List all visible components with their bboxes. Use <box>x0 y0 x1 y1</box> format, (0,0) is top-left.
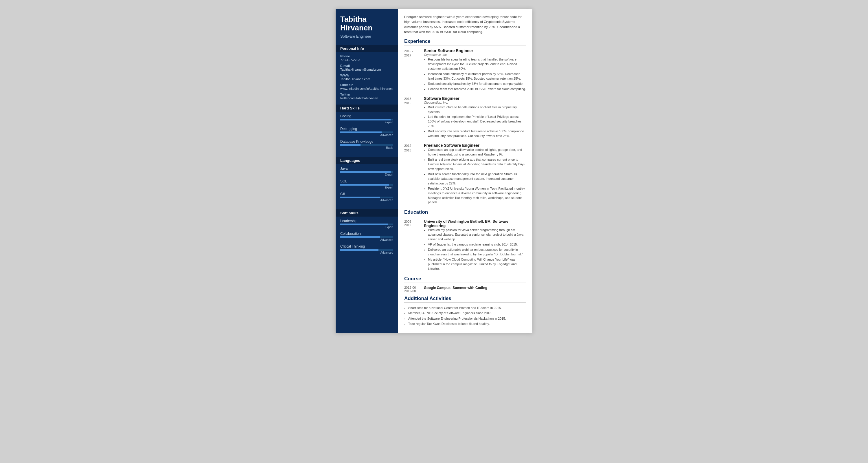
summary-text: Energetic software engineer with 5 years… <box>404 15 526 34</box>
education-heading: Education <box>404 209 526 216</box>
course-entry-google: 2012-06 -2012-08 Google Campus: Summer w… <box>404 286 526 293</box>
edu-uw-date: 2008 -2012 <box>404 219 424 271</box>
exp-cloudwallop-title: Software Engineer <box>424 96 526 101</box>
skill-leadership-level: Expert <box>340 226 393 229</box>
exp-cloudwallop-company: Cloudwallop, Inc. <box>424 101 526 104</box>
exp-freelance-content: Freelance Software Engineer Composed an … <box>424 143 526 205</box>
email-value: TabithaHirvanen@gmail.com <box>340 68 393 71</box>
candidate-name: Tabitha Hirvanen <box>340 15 393 32</box>
edu-uw-title: University of Washington Bothell, BA, So… <box>424 219 526 228</box>
exp-freelance-date: 2012 -2013 <box>404 143 424 205</box>
personal-info-heading: Personal Info <box>336 45 398 52</box>
skill-coding-name: Coding <box>340 114 393 118</box>
skill-csharp-fill <box>340 197 380 198</box>
skill-java-fill <box>340 171 391 173</box>
skill-collaboration-fill <box>340 236 380 238</box>
hard-skills-heading: Hard Skills <box>336 105 398 112</box>
skill-debugging-level: Advanced <box>340 134 393 137</box>
edu-uw-bullets: Pursued my passion for Java server progr… <box>424 228 526 271</box>
list-item: Built a real time stock picking app that… <box>428 157 526 171</box>
list-item: Pursued my passion for Java server progr… <box>428 228 526 242</box>
skill-collaboration-name: Collaboration <box>340 232 393 236</box>
list-item: Member, IAENG Society of Software Engine… <box>408 311 526 316</box>
www-label: WWW <box>340 74 393 77</box>
phone-value: 773-457-2703 <box>340 58 393 62</box>
skill-leadership-fill <box>340 224 388 225</box>
skill-critical-thinking-name: Critical Thinking <box>340 244 393 249</box>
exp-freelance-title: Freelance Software Engineer <box>424 143 526 148</box>
skill-debugging-fill <box>340 132 382 133</box>
exp-entry-cloudwallop: 2013 -2015 Software Engineer Cloudwallop… <box>404 96 526 139</box>
skill-sql-bar <box>340 184 393 185</box>
list-item: Built security into new product features… <box>428 129 526 138</box>
skill-java-name: Java <box>340 167 393 171</box>
skill-collaboration: Collaboration Advanced <box>340 232 393 241</box>
twitter-value: twitter.com/tabithahirvanen <box>340 96 393 100</box>
list-item: Led the drive to implement the Principle… <box>428 115 526 128</box>
skill-coding-fill <box>340 119 391 120</box>
exp-freelance-bullets: Composed an app to allow voice control o… <box>424 148 526 205</box>
list-item: My article, "How Cloud Computing Will Ch… <box>428 257 526 271</box>
skill-database-level: Basic <box>340 146 393 149</box>
course-google-name: Google Campus: Summer with Coding <box>424 286 487 290</box>
skill-csharp-level: Advanced <box>340 199 393 202</box>
linkedin-label: LinkedIn <box>340 83 393 87</box>
list-item: Take regular Tae Kwon Do classes to keep… <box>408 321 526 326</box>
candidate-title: Software Engineer <box>340 34 393 38</box>
exp-senior-content: Senior Software Engineer Cryptoconic, In… <box>424 48 526 92</box>
list-item: VP of Jugger-Is, the campus machine lear… <box>428 242 526 247</box>
exp-entry-senior: 2015 -2017 Senior Software Engineer Cryp… <box>404 48 526 92</box>
exp-senior-bullets: Responsible for spearheading teams that … <box>424 57 526 91</box>
edu-entry-uw: 2008 -2012 University of Washington Both… <box>404 219 526 271</box>
languages-heading: Languages <box>336 157 398 164</box>
list-item: Shortlisted for a National Center for Wo… <box>408 306 526 310</box>
skill-csharp-bar <box>340 197 393 198</box>
skill-database-name: Database Knowledge <box>340 140 393 144</box>
skill-sql-fill <box>340 184 389 185</box>
skill-sql-level: Expert <box>340 186 393 189</box>
skill-java-level: Expert <box>340 173 393 176</box>
soft-skills-section: Soft Skills Leadership Expert Collaborat… <box>336 206 398 259</box>
sidebar: Tabitha Hirvanen Software Engineer Perso… <box>336 9 398 333</box>
linkedin-value: www.linkedin.com/in/tabitha-hirvanen <box>340 87 393 90</box>
exp-entry-freelance: 2012 -2013 Freelance Software Engineer C… <box>404 143 526 205</box>
course-heading: Course <box>404 276 526 283</box>
experience-heading: Experience <box>404 38 526 46</box>
skill-java: Java Expert <box>340 167 393 176</box>
skill-critical-thinking-bar <box>340 249 393 251</box>
exp-cloudwallop-content: Software Engineer Cloudwallop, Inc. Buil… <box>424 96 526 139</box>
skill-database-fill <box>340 144 361 146</box>
skill-critical-thinking: Critical Thinking Advanced <box>340 244 393 254</box>
activities-bullets: Shortlisted for a National Center for Wo… <box>404 306 526 326</box>
list-item: Responsible for spearheading teams that … <box>428 57 526 71</box>
skill-collaboration-level: Advanced <box>340 238 393 241</box>
skill-sql-name: SQL <box>340 179 393 183</box>
skill-coding-bar <box>340 119 393 120</box>
skill-critical-thinking-level: Advanced <box>340 251 393 254</box>
skill-coding-level: Expert <box>340 121 393 124</box>
resume-container: Tabitha Hirvanen Software Engineer Perso… <box>336 9 532 333</box>
skill-database-bar <box>340 144 393 146</box>
skill-debugging-name: Debugging <box>340 127 393 131</box>
www-value: TabithaHirvanen.com <box>340 77 393 81</box>
skill-debugging-bar <box>340 132 393 133</box>
course-google-content: Google Campus: Summer with Coding <box>424 286 487 293</box>
soft-skills-heading: Soft Skills <box>336 209 398 216</box>
personal-info-section: Personal Info Phone 773-457-2703 E-mail … <box>336 42 398 102</box>
course-google-date: 2012-06 -2012-08 <box>404 286 424 293</box>
exp-cloudwallop-bullets: Built infrastructure to handle millions … <box>424 105 526 139</box>
exp-cloudwallop-date: 2013 -2015 <box>404 96 424 139</box>
exp-senior-date: 2015 -2017 <box>404 48 424 92</box>
skill-debugging: Debugging Advanced <box>340 127 393 137</box>
list-item: Composed an app to allow voice control o… <box>428 148 526 157</box>
list-item: Increased code efficiency of customer po… <box>428 72 526 81</box>
list-item: Built infrastructure to handle millions … <box>428 105 526 114</box>
languages-section: Languages Java Expert SQL Expert C# <box>336 154 398 206</box>
twitter-label: Twitter <box>340 93 393 96</box>
phone-label: Phone <box>340 54 393 58</box>
list-item: Reduced security breaches by 73% for all… <box>428 82 526 86</box>
main-content: Energetic software engineer with 5 years… <box>398 9 532 333</box>
skill-database: Database Knowledge Basic <box>340 140 393 149</box>
skill-leadership: Leadership Expert <box>340 219 393 229</box>
edu-uw-content: University of Washington Bothell, BA, So… <box>424 219 526 271</box>
